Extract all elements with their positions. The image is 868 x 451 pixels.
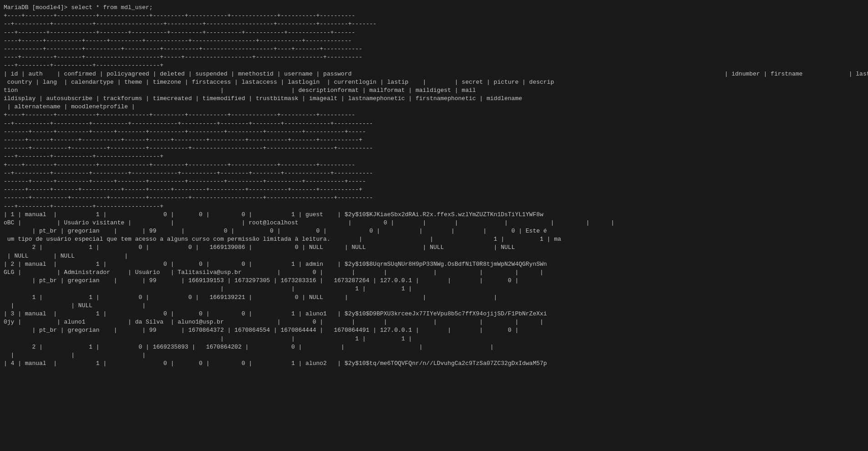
terminal-window: MariaDB [moodle4]> select * from mdl_use… (4, 4, 864, 368)
